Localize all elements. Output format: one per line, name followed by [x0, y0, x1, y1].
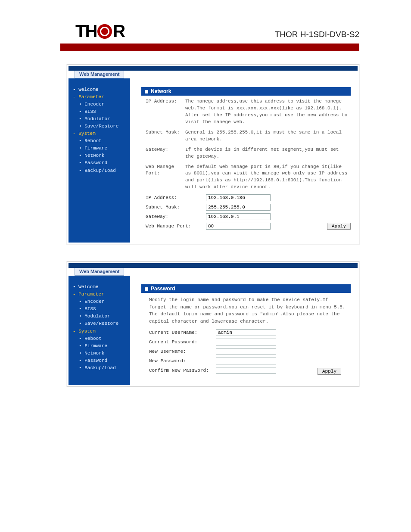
password-desc: Modify the login name and password to ma…: [149, 296, 346, 325]
sidebar: Welcome Parameter Encoder BISS Modulator…: [68, 78, 130, 243]
sidebar-item-save-restore[interactable]: Save/Restore: [79, 123, 127, 130]
sidebar-item-system[interactable]: System: [73, 130, 127, 137]
top-band: [68, 66, 358, 71]
screenshot-network: Web Management Welcome Parameter Encoder…: [67, 64, 359, 244]
sidebar-item-encoder[interactable]: Encoder: [79, 298, 127, 305]
sidebar: Welcome Parameter Encoder BISS Modulator…: [68, 276, 130, 385]
port-desc-text: The default web manage port is 80,if you…: [185, 164, 351, 191]
apply-button[interactable]: Apply: [318, 368, 341, 375]
gateway-desc-text: If the device is in different net segmen…: [185, 146, 351, 160]
mask-form-row: Subnet Mask:: [146, 204, 351, 211]
new-password-input[interactable]: [216, 358, 276, 364]
logo-text-left: TH: [75, 22, 97, 41]
web-management-tab[interactable]: Web Management: [75, 71, 124, 78]
ip-desc-label: IP Address:: [146, 98, 185, 126]
mask-desc-label: Subnet Mask:: [146, 129, 185, 143]
sidebar-item-parameter[interactable]: Parameter: [73, 291, 127, 298]
thor-logo: TH R: [75, 22, 125, 41]
gateway-form-label: Gateway:: [146, 214, 206, 219]
password-panel-title-text: Password: [151, 286, 175, 292]
network-panel-title: Network: [141, 87, 351, 96]
sidebar-item-save-restore[interactable]: Save/Restore: [79, 320, 127, 327]
gear-icon: [97, 24, 112, 39]
mask-form-label: Subnet Mask:: [146, 205, 206, 210]
sidebar-item-backup-load[interactable]: Backup/Load: [79, 364, 127, 372]
desc-row-mask: Subnet Mask: General is 255.255.255.0,it…: [146, 129, 351, 143]
sidebar-item-password[interactable]: Password: [79, 357, 127, 364]
apply-button[interactable]: Apply: [327, 223, 351, 230]
sidebar-item-welcome[interactable]: Welcome: [73, 86, 127, 93]
gateway-input[interactable]: [206, 213, 271, 220]
port-input[interactable]: [206, 223, 271, 230]
sidebar-item-parameter[interactable]: Parameter: [73, 93, 127, 101]
current-password-label: Current Password:: [149, 339, 216, 345]
sidebar-item-biss[interactable]: BISS: [79, 305, 127, 313]
new-password-row: New Password:: [149, 358, 351, 364]
top-band: [68, 263, 358, 268]
product-title: THOR H-1SDI-DVB-S2: [275, 30, 359, 41]
document-page: TH R THOR H-1SDI-DVB-S2 Web Management W…: [0, 0, 411, 532]
new-user-row: New UserName:: [149, 348, 351, 355]
password-panel-title: Password: [141, 284, 351, 293]
new-password-label: New Password:: [149, 358, 216, 364]
sidebar-item-reboot[interactable]: Reboot: [79, 137, 127, 145]
page-header: TH R THOR H-1SDI-DVB-S2: [0, 22, 411, 44]
desc-row-port: Web Manage Port: The default web manage …: [146, 164, 351, 191]
square-icon: [145, 287, 148, 291]
mask-desc-text: General is 255.255.255.0,it is must the …: [185, 129, 351, 143]
sidebar-item-firmware[interactable]: Firmware: [79, 145, 127, 152]
confirm-password-input[interactable]: [216, 367, 276, 374]
gateway-form-row: Gateway:: [146, 213, 351, 220]
sidebar-item-firmware[interactable]: Firmware: [79, 342, 127, 350]
sidebar-item-modulator[interactable]: Modulator: [79, 313, 127, 320]
sidebar-item-password[interactable]: Password: [79, 159, 127, 167]
sidebar-item-encoder[interactable]: Encoder: [79, 101, 127, 108]
sidebar-item-network[interactable]: Network: [79, 350, 127, 357]
header-divider: [60, 44, 359, 51]
desc-row-ip: IP Address: The manege address,use this …: [146, 98, 351, 126]
sidebar-item-biss[interactable]: BISS: [79, 108, 127, 115]
new-user-label: New UserName:: [149, 349, 216, 354]
confirm-password-label: Confirm New Password:: [149, 368, 216, 373]
ip-desc-text: The manege address,use this address to v…: [185, 98, 351, 126]
current-password-input[interactable]: [216, 339, 276, 345]
port-desc-label: Web Manage Port:: [146, 164, 185, 191]
desc-row-gateway: Gateway: If the device is in different n…: [146, 146, 351, 160]
network-content: Network IP Address: The manege address,u…: [130, 78, 358, 243]
mask-input[interactable]: [206, 204, 271, 211]
port-form-row: Web Manage Port: Apply: [146, 223, 351, 230]
sidebar-item-network[interactable]: Network: [79, 152, 127, 159]
sidebar-item-modulator[interactable]: Modulator: [79, 115, 127, 123]
square-icon: [145, 90, 148, 93]
screenshot-password: Web Management Welcome Parameter Encoder…: [67, 261, 359, 387]
ip-form-label: IP Address:: [146, 195, 206, 200]
port-form-label: Web Manage Port:: [146, 224, 206, 229]
current-user-label: Current UserName:: [149, 330, 216, 335]
web-management-tab[interactable]: Web Management: [75, 268, 124, 276]
sidebar-item-system[interactable]: System: [73, 328, 127, 335]
sidebar-item-backup-load[interactable]: Backup/Load: [79, 167, 127, 174]
sidebar-item-welcome[interactable]: Welcome: [73, 283, 127, 291]
current-user-input[interactable]: [216, 329, 276, 336]
password-content: Password Modify the login name and passw…: [130, 276, 358, 385]
network-panel-title-text: Network: [151, 88, 171, 94]
new-user-input[interactable]: [216, 348, 276, 355]
current-password-row: Current Password:: [149, 339, 351, 345]
current-user-row: Current UserName:: [149, 329, 351, 336]
sidebar-item-reboot[interactable]: Reboot: [79, 335, 127, 342]
logo-text-right: R: [113, 22, 125, 41]
ip-input[interactable]: [206, 194, 271, 201]
gateway-desc-label: Gateway:: [146, 146, 185, 160]
ip-form-row: IP Address:: [146, 194, 351, 201]
